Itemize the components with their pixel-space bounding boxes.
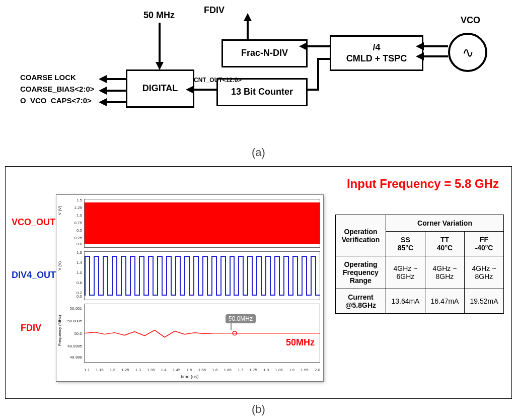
- clock-input-label: 50 MHz: [143, 10, 175, 21]
- waveform-panel: 1.5 1.25 1.0 0.75 0.5 0.25 0.0 1.8 1.4 1…: [56, 194, 324, 382]
- yaxis-label-v1: V (V): [57, 206, 62, 215]
- cnt-out-label: CNT_OUT<12:0>: [194, 77, 242, 84]
- vco-label: VCO: [461, 15, 480, 26]
- xticks: 1.11.151.21.251.31.351.41.451.51.551.61.…: [84, 368, 320, 372]
- cell-curr-tt: 16.47mA: [425, 289, 464, 314]
- cell-freq-tt: 4GHz ~ 8GHz: [425, 256, 464, 289]
- yticks-div4: 1.8 1.4 1.0 0.6 0.2 0.0: [56, 251, 84, 299]
- arrow-line: [423, 55, 448, 57]
- block-label: DIGITAL: [142, 83, 178, 94]
- callout-leader: [231, 319, 232, 330]
- fdiv-trace: [85, 304, 320, 362]
- section-b: Input Frequency = 5.8 GHz VCO_OUT DIV4_O…: [5, 166, 512, 399]
- fdiv-label: FDIV: [204, 5, 225, 16]
- arrow-line: [317, 58, 319, 91]
- fdiv-marker-callout: 50.0MHz: [226, 314, 256, 323]
- out-coarse-lock: COARSE LOCK: [20, 73, 76, 82]
- fdiv-target-text: 50MHz: [286, 337, 315, 348]
- row-freq-range-label: Operating Frequency Range: [336, 256, 386, 289]
- block-label: /4: [373, 42, 380, 53]
- xaxis-label: time (us): [56, 374, 323, 379]
- arrowhead-icon: [99, 75, 107, 83]
- block-label: 13 Bit Counter: [231, 87, 293, 98]
- arrow-line: [306, 45, 330, 47]
- cell-freq-ff: 4GHz ~ 8GHz: [464, 256, 503, 289]
- vco-waveform-fill: [85, 202, 320, 244]
- out-vco-caps: O_VCO_CAPS<7:0>: [20, 96, 92, 105]
- arrow-line: [106, 78, 126, 80]
- arrowhead-icon: [99, 87, 107, 95]
- corner-variation-table: Operation Verification Corner Variation …: [335, 215, 504, 314]
- arrow-line: [159, 23, 161, 63]
- block-digital: DIGITAL: [126, 69, 194, 108]
- input-frequency-title: Input Frequency = 5.8 GHz: [347, 177, 499, 191]
- block-frac-n-div: Frac-N-DIV: [221, 39, 308, 67]
- arrow-line: [247, 20, 249, 40]
- yaxis-label-v2: V (V): [57, 261, 62, 270]
- sine-icon: ∿: [462, 44, 474, 61]
- plot-fdiv-frequency: 50.0MHz 50MHz: [84, 304, 320, 363]
- arrowhead-icon: [99, 98, 107, 106]
- th-operation-verification: Operation Verification: [336, 215, 386, 256]
- arrow-line: [106, 90, 126, 92]
- block-diagram-a: 50 MHz FDIV Frac-N-DIV /4 CMLD + TSPC VC…: [30, 5, 483, 141]
- arrowhead-icon: [299, 42, 307, 50]
- arrowhead-icon: [416, 52, 424, 60]
- div4-square-wave: [85, 256, 320, 296]
- row-current-label: Current @5.8GHz: [336, 289, 386, 314]
- cell-curr-ff: 19.52mA: [464, 289, 503, 314]
- plot-div4-out: [84, 251, 320, 300]
- th-ss: SS 85°C: [386, 232, 425, 256]
- label-div4-out: DIV4_OUT: [12, 270, 56, 281]
- arrow-line: [106, 101, 126, 103]
- yaxis-label-f: Frequency (MHz): [57, 315, 62, 346]
- cell-freq-ss: 4GHz ~ 6GHz: [386, 256, 425, 289]
- block-label: Frac-N-DIV: [241, 48, 288, 59]
- out-coarse-bias: COARSE_BIAS<2:0>: [20, 85, 95, 93]
- arrowhead-icon: [156, 62, 164, 70]
- arrowhead-icon: [186, 86, 194, 94]
- arrow-line: [193, 89, 216, 91]
- arrow-line: [306, 89, 319, 91]
- block-div4: /4 CMLD + TSPC: [330, 35, 423, 71]
- page: 50 MHz FDIV Frac-N-DIV /4 CMLD + TSPC VC…: [0, 0, 519, 420]
- label-vco-out: VCO_OUT: [12, 217, 55, 228]
- arrowhead-icon: [416, 42, 424, 50]
- subfigure-label-b: (b): [252, 403, 265, 416]
- th-tt: TT 40°C: [425, 232, 464, 256]
- cell-curr-ss: 13.64mA: [386, 289, 425, 314]
- block-vco: ∿: [448, 33, 487, 72]
- arrowhead-icon: [244, 13, 252, 21]
- block-label: CMLD + TSPC: [346, 53, 407, 64]
- th-ff: FF -40°C: [464, 232, 503, 256]
- subfigure-label-a: (a): [252, 146, 265, 159]
- arrow-line: [423, 45, 448, 47]
- plot-vco-out: [84, 199, 320, 248]
- th-corner-variation: Corner Variation: [386, 215, 503, 232]
- label-fdiv: FDIV: [21, 323, 41, 333]
